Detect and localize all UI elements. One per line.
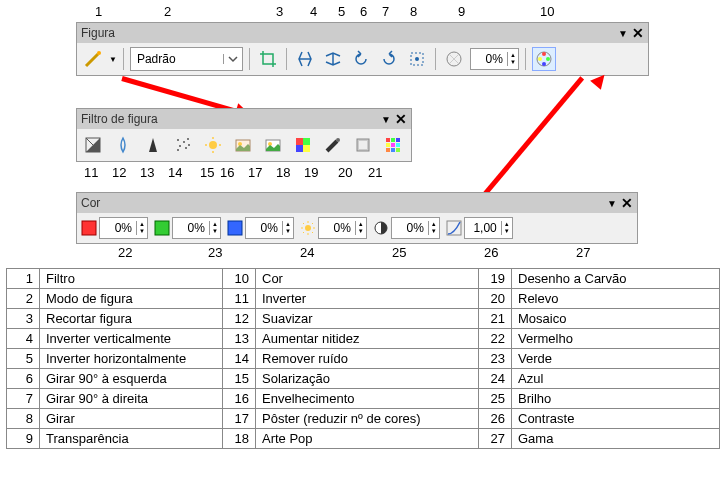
svg-line-52 — [303, 232, 304, 233]
label-2: 2 — [164, 4, 171, 19]
table-row: 3Recortar figura12Suavizar21Mosaico — [7, 309, 720, 329]
popart-button[interactable] — [291, 133, 315, 157]
label-22: 22 — [118, 245, 132, 260]
svg-point-11 — [183, 141, 185, 143]
aging-button[interactable] — [231, 133, 255, 157]
svg-point-17 — [209, 141, 217, 149]
red-icon — [81, 220, 97, 236]
svg-point-45 — [305, 225, 311, 231]
mosaic-button[interactable] — [381, 133, 405, 157]
red-spinner[interactable]: 0%▲▼ — [99, 217, 148, 239]
transparency-spinner[interactable]: 0% ▲▼ — [470, 48, 519, 70]
svg-rect-28 — [296, 145, 303, 152]
panel-filtro-title: Filtro de figura — [81, 112, 158, 126]
label-5: 5 — [338, 4, 345, 19]
label-17: 17 — [248, 165, 262, 180]
filter-button[interactable] — [81, 47, 105, 71]
mode-value: Padrão — [131, 52, 223, 66]
panel-cor: Cor ▼ ✕ 0%▲▼ 0%▲▼ 0%▲▼ 0%▲▼ 0%▲▼ 1,00▲▼ — [76, 192, 638, 244]
mode-dropdown[interactable]: Padrão — [130, 47, 243, 71]
label-12: 12 — [112, 165, 126, 180]
svg-rect-29 — [303, 145, 310, 152]
table-row: 4Inverter verticalmente13Aumentar nitide… — [7, 329, 720, 349]
table-row: 1Filtro10Cor19Desenho a Carvão — [7, 269, 720, 289]
label-20: 20 — [338, 165, 352, 180]
solarize-button[interactable] — [201, 133, 225, 157]
contrast-spinner[interactable]: 0%▲▼ — [391, 217, 440, 239]
color-button[interactable] — [532, 47, 556, 71]
relief-button[interactable] — [351, 133, 375, 157]
label-1: 1 — [95, 4, 102, 19]
svg-rect-44 — [228, 221, 242, 235]
label-25: 25 — [392, 245, 406, 260]
svg-rect-39 — [386, 148, 390, 152]
legend-table: 1Filtro10Cor19Desenho a Carvão2Modo de f… — [6, 268, 720, 449]
label-21: 21 — [368, 165, 382, 180]
svg-point-15 — [177, 149, 179, 151]
svg-point-5 — [542, 52, 546, 56]
green-spinner[interactable]: 0%▲▼ — [172, 217, 221, 239]
label-26: 26 — [484, 245, 498, 260]
svg-point-10 — [177, 139, 179, 141]
flip-vertical-button[interactable] — [293, 47, 317, 71]
label-16: 16 — [220, 165, 234, 180]
smooth-button[interactable] — [111, 133, 135, 157]
panel-figura: Figura ▼ ✕ ▼ Padrão 0% ▲▼ — [76, 22, 649, 76]
gamma-spinner[interactable]: 1,00▲▼ — [464, 217, 513, 239]
close-icon[interactable]: ✕ — [621, 195, 633, 211]
svg-rect-33 — [386, 138, 390, 142]
filter-dropdown-arrow[interactable]: ▼ — [109, 55, 117, 64]
minimize-icon[interactable]: ▼ — [618, 28, 628, 39]
table-row: 5Inverter horizontalmente14Remover ruído… — [7, 349, 720, 369]
close-icon[interactable]: ✕ — [395, 111, 407, 127]
svg-point-30 — [336, 138, 340, 142]
rotate-right-button[interactable] — [377, 47, 401, 71]
label-9: 9 — [458, 4, 465, 19]
panel-figura-title: Figura — [81, 26, 115, 40]
noise-button[interactable] — [171, 133, 195, 157]
transparency-value: 0% — [471, 52, 507, 66]
label-13: 13 — [140, 165, 154, 180]
label-23: 23 — [208, 245, 222, 260]
panel-filtro: Filtro de figura ▼ ✕ — [76, 108, 412, 162]
svg-rect-27 — [303, 138, 310, 145]
contrast-icon — [373, 220, 389, 236]
label-10: 10 — [540, 4, 554, 19]
blue-spinner[interactable]: 0%▲▼ — [245, 217, 294, 239]
crop-button[interactable] — [256, 47, 280, 71]
sharpen-button[interactable] — [141, 133, 165, 157]
brightness-spinner[interactable]: 0%▲▼ — [318, 217, 367, 239]
poster-button[interactable] — [261, 133, 285, 157]
label-19: 19 — [304, 165, 318, 180]
svg-point-7 — [542, 62, 546, 66]
panel-cor-title: Cor — [81, 196, 100, 210]
minimize-icon[interactable]: ▼ — [607, 198, 617, 209]
rotate-left-button[interactable] — [349, 47, 373, 71]
svg-line-51 — [312, 232, 313, 233]
svg-rect-35 — [396, 138, 400, 142]
label-3: 3 — [276, 4, 283, 19]
svg-point-0 — [97, 51, 101, 55]
svg-point-6 — [546, 57, 550, 61]
label-7: 7 — [382, 4, 389, 19]
chevron-down-icon — [223, 54, 242, 64]
brightness-icon — [300, 220, 316, 236]
close-icon[interactable]: ✕ — [632, 25, 644, 41]
svg-point-16 — [188, 144, 190, 146]
table-row: 7Girar 90° à direita16Envelhecimento25Br… — [7, 389, 720, 409]
charcoal-button[interactable] — [321, 133, 345, 157]
svg-rect-38 — [396, 143, 400, 147]
flip-horizontal-button[interactable] — [321, 47, 345, 71]
green-icon — [154, 220, 170, 236]
svg-rect-42 — [82, 221, 96, 235]
blue-icon — [227, 220, 243, 236]
minimize-icon[interactable]: ▼ — [381, 114, 391, 125]
invert-button[interactable] — [81, 133, 105, 157]
svg-point-13 — [179, 145, 181, 147]
table-row: 2Modo de figura11Inverter20Relevo — [7, 289, 720, 309]
label-4: 4 — [310, 4, 317, 19]
label-24: 24 — [300, 245, 314, 260]
transparency-icon — [442, 47, 466, 71]
svg-rect-36 — [386, 143, 390, 147]
rotate-button[interactable] — [405, 47, 429, 71]
